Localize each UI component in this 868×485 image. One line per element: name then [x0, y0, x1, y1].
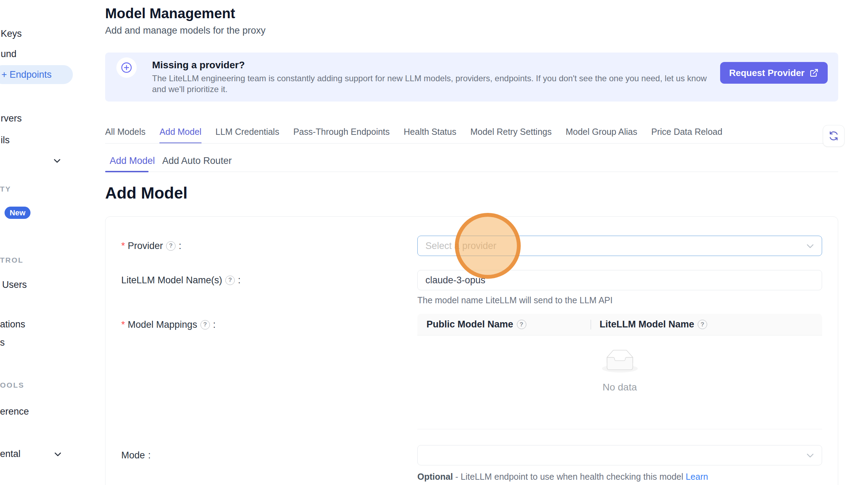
- tab-add-model[interactable]: Add Model: [159, 127, 201, 144]
- column-header-litellm-model-name: LiteLLM Model Name ?: [590, 314, 822, 335]
- header-divider: [590, 320, 591, 330]
- tab-model-group-alias[interactable]: Model Group Alias: [566, 127, 637, 144]
- model-mappings-label: * Model Mappings ? :: [121, 314, 216, 335]
- mode-helper-optional: Optional: [417, 472, 453, 481]
- add-model-heading: Add Model: [105, 183, 187, 202]
- subtab-active-indicator: [105, 171, 149, 172]
- request-provider-button[interactable]: Request Provider: [720, 62, 828, 84]
- sidebar-item-organizations[interactable]: ations: [0, 319, 25, 330]
- subtab-add-auto-router[interactable]: Add Auto Router: [162, 155, 232, 166]
- sidebar-item-keys[interactable]: Keys: [1, 28, 22, 39]
- column-label: Public Model Name: [426, 319, 513, 330]
- sidebar-item-users[interactable]: Users: [2, 279, 27, 290]
- sidebar-item-servers[interactable]: rvers: [1, 113, 22, 124]
- chevron-down-icon: [806, 451, 815, 460]
- external-link-icon: [809, 68, 819, 77]
- request-provider-label: Request Provider: [729, 68, 805, 78]
- label-colon: :: [179, 241, 182, 251]
- page-subtitle: Add and manage models for the proxy: [105, 25, 266, 36]
- tab-health-status[interactable]: Health Status: [404, 127, 456, 144]
- subtab-add-model[interactable]: Add Model: [110, 155, 155, 166]
- chevron-down-icon[interactable]: [53, 450, 62, 459]
- sidebar-section-label: TROL: [0, 256, 23, 264]
- help-icon[interactable]: ?: [698, 320, 707, 329]
- tabs-divider: [105, 143, 839, 144]
- table-empty-state: No data: [417, 335, 822, 429]
- help-icon[interactable]: ?: [166, 241, 176, 251]
- provider-label: * Provider ? :: [121, 236, 182, 256]
- help-icon[interactable]: ?: [200, 320, 210, 330]
- sidebar-item-playground[interactable]: und: [1, 49, 16, 60]
- banner-title: Missing a provider?: [152, 60, 245, 71]
- label-colon: :: [213, 319, 216, 330]
- model-name-helper: The model name LiteLLM will send to the …: [417, 295, 613, 305]
- provider-placeholder: Select a provider: [425, 241, 497, 251]
- model-tabs: All Models Add Model LLM Credentials Pas…: [105, 127, 722, 144]
- help-icon[interactable]: ?: [225, 276, 235, 285]
- new-badge: New: [5, 207, 30, 219]
- tab-price-data-reload[interactable]: Price Data Reload: [651, 127, 722, 144]
- help-icon[interactable]: ?: [517, 320, 526, 329]
- model-mappings-table: Public Model Name ? LiteLLM Model Name ?: [417, 314, 822, 429]
- required-mark: *: [121, 319, 125, 330]
- banner-body: The LiteLLM engineering team is constant…: [152, 73, 720, 95]
- tab-all-models[interactable]: All Models: [105, 127, 145, 144]
- model-mappings-label-text: Model Mappings: [128, 319, 197, 330]
- mode-helper-text: - LiteLLM endpoint to use when health ch…: [453, 472, 685, 481]
- sidebar-item-label: + Endpoints: [1, 69, 52, 80]
- refresh-button[interactable]: [823, 125, 845, 147]
- chevron-down-icon[interactable]: [53, 156, 62, 165]
- column-header-public-model-name: Public Model Name ?: [417, 314, 590, 335]
- sync-icon: [828, 130, 839, 141]
- no-data-text: No data: [602, 382, 637, 393]
- mode-label-text: Mode: [121, 450, 145, 461]
- provider-label-text: Provider: [128, 241, 163, 251]
- table-header: Public Model Name ? LiteLLM Model Name ?: [417, 314, 822, 335]
- column-label: LiteLLM Model Name: [600, 319, 694, 330]
- sidebar-item-inference[interactable]: erence: [0, 406, 29, 417]
- model-name-field-wrap: [417, 270, 822, 290]
- mode-label: Mode :: [121, 445, 151, 465]
- add-model-form-card: * Provider ? : Select a provider LiteLLM…: [105, 216, 838, 485]
- tab-pass-through-endpoints[interactable]: Pass-Through Endpoints: [293, 127, 390, 144]
- required-mark: *: [121, 241, 125, 251]
- mode-helper: Optional - LiteLLM endpoint to use when …: [417, 472, 708, 482]
- sidebar-section-label: TY: [0, 185, 11, 193]
- sidebar-item-experimental[interactable]: ental: [0, 449, 21, 459]
- empty-inbox-icon: [602, 349, 638, 373]
- sidebar-item-details[interactable]: ils: [1, 135, 10, 146]
- sidebar-item-teams[interactable]: s: [0, 337, 5, 348]
- chevron-down-icon: [806, 242, 815, 251]
- model-name-label: LiteLLM Model Name(s) ? :: [121, 270, 241, 290]
- page-title: Model Management: [105, 6, 235, 21]
- tab-model-retry-settings[interactable]: Model Retry Settings: [470, 127, 552, 144]
- label-colon: :: [148, 450, 151, 461]
- model-name-input[interactable]: [418, 270, 822, 290]
- model-name-label-text: LiteLLM Model Name(s): [121, 275, 222, 286]
- sidebar-item-passthrough-endpoints[interactable]: + Endpoints: [0, 65, 73, 84]
- provider-select[interactable]: Select a provider: [417, 236, 822, 256]
- missing-provider-banner: Missing a provider? The LiteLLM engineer…: [105, 53, 838, 102]
- subtabs-divider: [105, 172, 838, 172]
- label-colon: :: [238, 275, 241, 286]
- plus-circle-icon: [116, 57, 137, 78]
- mode-select[interactable]: [417, 445, 822, 465]
- tab-llm-credentials[interactable]: LLM Credentials: [216, 127, 279, 144]
- sidebar-section-label: OOLS: [0, 381, 25, 389]
- model-management-page: Keys und + Endpoints rvers ils TY New TR…: [0, 0, 868, 485]
- learn-more-link[interactable]: Learn: [686, 472, 708, 481]
